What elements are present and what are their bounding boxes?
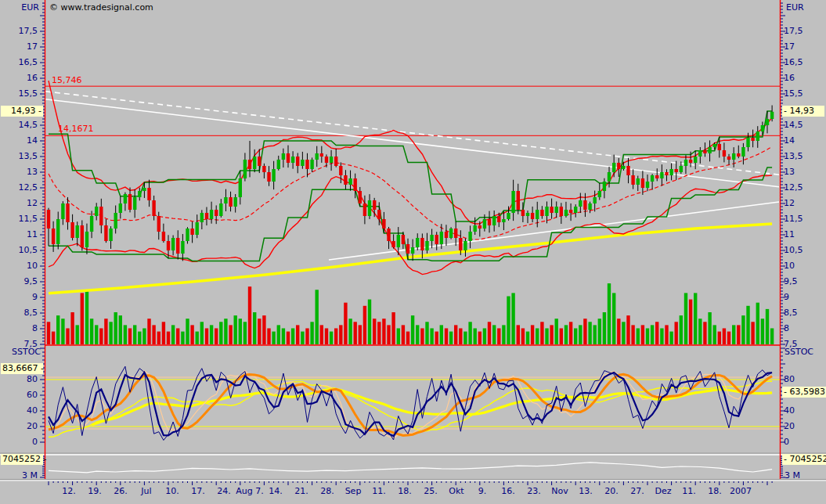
sstoc-panel-title-left: SSTOC — [3, 347, 41, 357]
green-channel-lines — [49, 111, 772, 261]
trendlines — [45, 92, 779, 260]
price-tick-label-left: 12,5 — [2, 182, 38, 193]
price-tick-label-right: 12,5 — [784, 182, 824, 193]
current-price-badge-left: 14,93 — [1, 106, 43, 117]
price-tick-label-left: 14,5 — [2, 120, 38, 130]
price-tick-label-right: 17 — [784, 41, 824, 52]
price-tick-label-right: 14,5 — [784, 120, 824, 130]
price-tick-label-left: 14 — [2, 135, 38, 146]
sstoc-tick-label-right: 0 — [784, 437, 824, 447]
price-tick-label-left: 10,5 — [2, 245, 38, 255]
price-tick-label-right: 11,5 — [784, 214, 824, 224]
price-tick-label-right: 12 — [784, 198, 824, 208]
chart-svg — [0, 0, 826, 504]
price-tick-label-left: 11,5 — [2, 214, 38, 224]
price-tick-label-right: 16,5 — [784, 57, 824, 67]
price-tick-label-left: 11 — [2, 229, 38, 239]
sstoc-panel-title-right: SSTOC — [785, 347, 813, 357]
price-tick-label-left: 15,5 — [2, 88, 38, 99]
price-tick-label-right: 16 — [784, 73, 824, 83]
price-tick-label-right: 13 — [784, 167, 824, 177]
sstoc-panel — [45, 366, 780, 440]
price-tick-label-right: 9 — [784, 292, 824, 302]
price-tick-label-left: 17 — [2, 41, 38, 52]
sstoc-tick-label-left: 20 — [2, 421, 38, 431]
price-tick-label-left: 9,5 — [2, 276, 38, 286]
price-tick-label-right: 8 — [784, 323, 824, 333]
candlesticks — [47, 106, 774, 261]
yellow-ma-line — [49, 224, 772, 293]
volume-axis-scale-right: 3 M — [785, 470, 800, 481]
watermark: © www.tradesignal.com — [49, 2, 153, 13]
price-level-lines — [45, 86, 780, 135]
volume-bars — [47, 283, 774, 344]
price-tick-label-left: 10 — [2, 261, 38, 271]
price-tick-label-right: 10,5 — [784, 245, 824, 255]
price-tick-label-left: 8 — [2, 323, 38, 333]
current-price-badge-right: 14,93 — [782, 106, 824, 117]
sstoc-tick-label-left: 80 — [2, 374, 38, 384]
price-tick-label-left: 12 — [2, 198, 38, 208]
support-level-label: 14,1671 — [58, 124, 94, 134]
date-tick-label: 2007 — [722, 486, 759, 496]
price-tick-label-left: 17,5 — [2, 26, 38, 36]
sstoc-tick-label-left: 0 — [2, 437, 38, 447]
price-tick-label-right: 9,5 — [784, 276, 824, 286]
price-tick-label-left: 13,5 — [2, 151, 38, 161]
trading-chart-window: 17,517,5171716,516,5161615,515,5151514,5… — [0, 0, 826, 504]
price-tick-label-left: 16,5 — [2, 57, 38, 67]
resistance-level-label: 15,746 — [52, 75, 82, 85]
price-tick-label-right: 10 — [784, 261, 824, 271]
volume-ma-panel — [49, 463, 772, 473]
price-tick-label-left: 8,5 — [2, 308, 38, 318]
price-tick-label-left: 9 — [2, 292, 38, 302]
price-tick-label-right: 14 — [784, 135, 824, 146]
sstoc-tick-label-right: 40 — [784, 405, 824, 416]
sstoc-tick-label-left: 40 — [2, 405, 38, 416]
sstoc-value-badge-right: 63,5983 — [782, 387, 826, 398]
price-axis-currency-left: EUR — [14, 2, 39, 13]
price-tick-label-right: 13,5 — [784, 151, 824, 161]
sstoc-value-badge-left: 83,6667 — [1, 363, 43, 374]
price-tick-label-right: 8,5 — [784, 308, 824, 318]
sstoc-tick-label-right: 20 — [784, 421, 824, 431]
price-tick-label-left: 13 — [2, 167, 38, 177]
price-tick-label-right: 11 — [784, 229, 824, 239]
price-tick-label-right: 15,5 — [784, 88, 824, 99]
price-tick-label-right: 17,5 — [784, 26, 824, 36]
price-tick-label-left: 16 — [2, 73, 38, 83]
volume-axis-scale-left: 3 M — [3, 470, 38, 481]
sstoc-tick-label-right: 80 — [784, 374, 824, 384]
price-axis-currency-right: EUR — [786, 2, 804, 13]
volume-value-badge-right: 7045252 — [782, 454, 826, 465]
sstoc-tick-label-left: 60 — [2, 390, 38, 400]
volume-value-badge-left: 7045252 — [1, 454, 43, 465]
